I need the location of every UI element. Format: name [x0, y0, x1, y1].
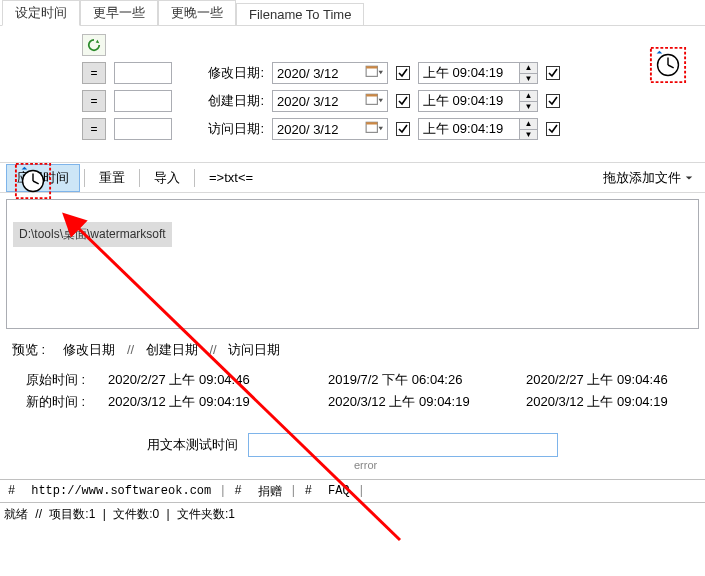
spin-down-icon[interactable]: ▼	[519, 74, 537, 84]
file-list[interactable]: D:\tools\桌面\watermarksoft	[6, 199, 699, 329]
preview-header: 预览 : 修改日期 // 创建日期 // 访问日期	[0, 335, 705, 365]
status-folders: 文件夹数:1	[175, 507, 237, 521]
linkbar-sep: |	[219, 484, 226, 498]
status-sep: |	[101, 507, 108, 521]
equals-button-modify[interactable]: =	[82, 62, 106, 84]
status-ready: 就绪	[2, 507, 30, 521]
new-create-value: 2020/3/12 上午 09:04:19	[328, 393, 526, 411]
test-time-row: 用文本测试时间	[0, 423, 705, 459]
spin-up-icon[interactable]: ▲	[519, 63, 537, 74]
file-list-item[interactable]: D:\tools\桌面\watermarksoft	[13, 222, 172, 247]
status-sep: //	[33, 507, 44, 521]
access-date-checkbox[interactable]	[396, 122, 410, 136]
original-time-label: 原始时间 :	[26, 371, 108, 389]
calendar-dropdown-icon[interactable]	[365, 121, 383, 137]
toolbar-separator	[194, 169, 195, 187]
svg-rect-11	[366, 94, 377, 96]
preview-table: 原始时间 : 2020/2/27 上午 09:04:46 2019/7/2 下午…	[0, 365, 705, 423]
access-time-checkbox[interactable]	[546, 122, 560, 136]
faq-link[interactable]: FAQ	[320, 484, 358, 498]
create-time-checkbox[interactable]	[546, 94, 560, 108]
original-access-value: 2020/2/27 上午 09:04:46	[526, 371, 668, 389]
access-time-spinner[interactable]: 上午 09:04:19 ▲▼	[418, 118, 538, 140]
create-date-checkbox[interactable]	[396, 94, 410, 108]
modify-time-spinner[interactable]: 上午 09:04:19 ▲▼	[418, 62, 538, 84]
create-date-row: = 创建日期: 2020/ 3/12 上午 09:04:19 ▲▼	[12, 90, 693, 112]
new-modify-value: 2020/3/12 上午 09:04:19	[108, 393, 328, 411]
calendar-dropdown-icon[interactable]	[365, 93, 383, 109]
toolbar-separator	[139, 169, 140, 187]
status-items: 项目数:1	[47, 507, 97, 521]
spin-up-icon[interactable]: ▲	[519, 119, 537, 130]
drag-add-files-button[interactable]: 拖放添加文件	[597, 167, 699, 189]
hash-mark: #	[0, 484, 23, 498]
refresh-button[interactable]	[82, 34, 106, 56]
preview-row-original: 原始时间 : 2020/2/27 上午 09:04:46 2019/7/2 下午…	[26, 371, 679, 389]
linkbar-sep: |	[358, 484, 365, 498]
to-txt-button[interactable]: =>txt<=	[199, 166, 263, 189]
preview-col-access: 访问日期	[228, 342, 280, 357]
import-button[interactable]: 导入	[144, 165, 190, 191]
svg-rect-13	[366, 122, 377, 124]
offset-field-access[interactable]	[114, 118, 172, 140]
test-error-text: error	[0, 459, 705, 471]
modify-time-checkbox[interactable]	[546, 66, 560, 80]
spin-down-icon[interactable]: ▼	[519, 102, 537, 112]
test-time-input[interactable]	[248, 433, 558, 457]
donate-link[interactable]: 捐赠	[250, 483, 290, 500]
access-date-row: = 访问日期: 2020/ 3/12 上午 09:04:19 ▲▼	[12, 118, 693, 140]
svg-rect-9	[366, 66, 377, 68]
action-toolbar: 应用时间 重置 导入 =>txt<= 拖放添加文件	[0, 163, 705, 193]
hash-mark: #	[297, 484, 320, 498]
linkbar-sep: |	[290, 484, 297, 498]
test-time-label: 用文本测试时间	[147, 436, 238, 454]
preview-col-create: 创建日期	[146, 342, 198, 357]
settings-panel: = 修改日期: 2020/ 3/12 上午 09:04:19 ▲▼ = 创建日期…	[0, 26, 705, 163]
create-date-value: 2020/ 3/12	[277, 94, 338, 109]
new-time-label: 新的时间 :	[26, 393, 108, 411]
clock-icon-alt[interactable]	[14, 162, 52, 200]
tab-earlier[interactable]: 更早一些	[80, 0, 158, 25]
modify-date-row: = 修改日期: 2020/ 3/12 上午 09:04:19 ▲▼	[12, 62, 693, 84]
clock-icon[interactable]	[649, 46, 687, 84]
tab-later[interactable]: 更晚一些	[158, 0, 236, 25]
status-sep: |	[165, 507, 172, 521]
create-date-label: 创建日期:	[180, 92, 264, 110]
spin-up-icon[interactable]: ▲	[519, 91, 537, 102]
access-date-label: 访问日期:	[180, 120, 264, 138]
create-date-picker[interactable]: 2020/ 3/12	[272, 90, 388, 112]
access-time-value: 上午 09:04:19	[419, 120, 519, 138]
equals-button-access[interactable]: =	[82, 118, 106, 140]
top-tabs: 设定时间 更早一些 更晚一些 Filename To Time	[0, 0, 705, 26]
reset-button[interactable]: 重置	[89, 165, 135, 191]
equals-button-create[interactable]: =	[82, 90, 106, 112]
create-time-spinner[interactable]: 上午 09:04:19 ▲▼	[418, 90, 538, 112]
modify-date-value: 2020/ 3/12	[277, 66, 338, 81]
tab-set-time[interactable]: 设定时间	[2, 0, 80, 26]
access-date-value: 2020/ 3/12	[277, 122, 338, 137]
new-access-value: 2020/3/12 上午 09:04:19	[526, 393, 668, 411]
access-date-picker[interactable]: 2020/ 3/12	[272, 118, 388, 140]
modify-date-checkbox[interactable]	[396, 66, 410, 80]
preview-sep: //	[209, 342, 216, 357]
offset-field-modify[interactable]	[114, 62, 172, 84]
chevron-down-icon	[685, 174, 693, 182]
original-create-value: 2019/7/2 下午 06:04:26	[328, 371, 526, 389]
calendar-dropdown-icon[interactable]	[365, 65, 383, 81]
preview-row-new: 新的时间 : 2020/3/12 上午 09:04:19 2020/3/12 上…	[26, 393, 679, 411]
tab-filename-to-time[interactable]: Filename To Time	[236, 3, 364, 25]
offset-field-create[interactable]	[114, 90, 172, 112]
original-modify-value: 2020/2/27 上午 09:04:46	[108, 371, 328, 389]
preview-label: 预览 :	[12, 342, 45, 357]
link-bar: # http://www.softwareok.com | # 捐赠 | # F…	[0, 479, 705, 503]
modify-date-picker[interactable]: 2020/ 3/12	[272, 62, 388, 84]
toolbar-separator	[84, 169, 85, 187]
modify-date-label: 修改日期:	[180, 64, 264, 82]
homepage-link[interactable]: http://www.softwareok.com	[23, 484, 219, 498]
modify-time-value: 上午 09:04:19	[419, 64, 519, 82]
status-files: 文件数:0	[111, 507, 161, 521]
status-bar: 就绪 // 项目数:1 | 文件数:0 | 文件夹数:1	[0, 503, 705, 526]
create-time-value: 上午 09:04:19	[419, 92, 519, 110]
spin-down-icon[interactable]: ▼	[519, 130, 537, 140]
hash-mark: #	[226, 484, 249, 498]
